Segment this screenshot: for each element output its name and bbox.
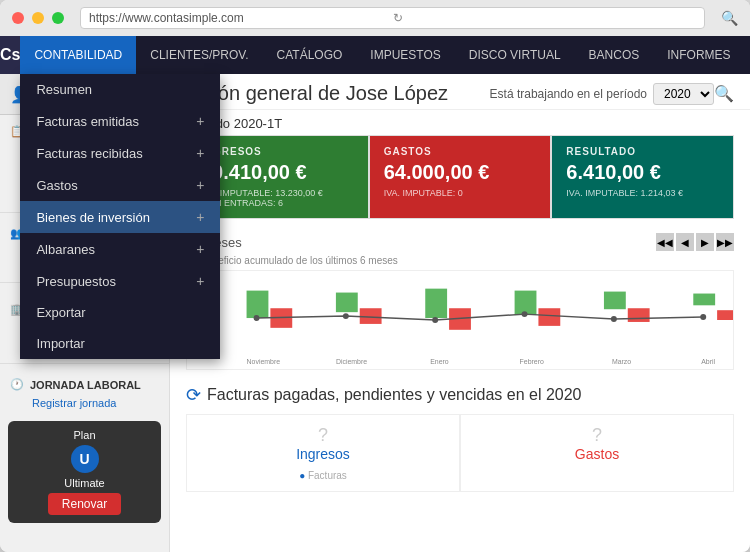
period-select[interactable]: 2020 2019 2021 [653, 83, 714, 105]
sidebar-section-jornada: 🕐 JORNADA LABORAL Registrar jornada [0, 368, 169, 413]
url-bar[interactable]: https://www.contasimple.com ↻ [80, 7, 705, 29]
question-icon-gastos: ? [471, 425, 723, 446]
gastos-value: 64.000,00 € [384, 161, 537, 184]
bottom-col-ingresos: ? Ingresos ● Facturas [186, 414, 460, 492]
navbar: Cs CONTABILIDAD Resumen Facturas emitida… [0, 36, 750, 74]
dropdown-albaranes[interactable]: Albaranes + [20, 233, 220, 265]
dropdown-resumen[interactable]: Resumen [20, 74, 220, 105]
dropdown-exportar[interactable]: Exportar [20, 297, 220, 328]
ingresos-sub2: NÚM ENTRADAS: 6 [201, 198, 354, 208]
svg-rect-14 [628, 308, 650, 322]
minimize-button[interactable] [32, 12, 44, 24]
gastos-label: GASTOS [384, 146, 537, 157]
page-title: Visión general de Jose López [186, 82, 490, 105]
plus-icon: + [196, 113, 204, 129]
plus-icon: + [196, 177, 204, 193]
svg-rect-15 [717, 310, 733, 320]
svg-rect-13 [538, 308, 560, 326]
svg-point-21 [700, 314, 706, 320]
svg-point-17 [343, 313, 349, 319]
svg-rect-9 [693, 294, 715, 306]
bottom-title: ⟳ Facturas pagadas, pendientes y vencida… [186, 384, 734, 406]
bottom-col-gastos: ? Gastos [460, 414, 734, 492]
nav-item-informes[interactable]: INFORMES [653, 36, 744, 74]
clock-icon: 🕐 [10, 378, 24, 391]
svg-text:Enero: Enero [430, 358, 449, 365]
resultado-value: 6.410,00 € [566, 161, 719, 184]
gastos-sub1: IVA. IMPUTABLE: 0 [384, 188, 537, 198]
renew-button[interactable]: Renovar [48, 493, 121, 515]
nav-item-catalogo[interactable]: CATÁLOGO [263, 36, 357, 74]
dropdown-gastos[interactable]: Gastos + [20, 169, 220, 201]
ingresos-legend: ● Facturas [197, 470, 449, 481]
chart-nav: ◀◀ ◀ ▶ ▶▶ [656, 233, 734, 251]
ingresos-label: INGRESOS [201, 146, 354, 157]
nav-item-impuestos[interactable]: IMPUESTOS [356, 36, 454, 74]
ingresos-col-title: Ingresos [197, 446, 449, 462]
dropdown-bienes-inversion[interactable]: Bienes de inversión + [20, 201, 220, 233]
url-text: https://www.contasimple.com [89, 11, 393, 25]
chart-svg: 25,000 0 -25,000 -50,000 [187, 271, 733, 369]
titlebar: https://www.contasimple.com ↻ 🔍 [0, 0, 750, 36]
chart-nav-prev[interactable]: ◀ [676, 233, 694, 251]
svg-rect-11 [360, 308, 382, 324]
plan-box: Plan U Ultimate Renovar [8, 421, 161, 523]
nav-item-disco[interactable]: DISCO VIRTUAL [455, 36, 575, 74]
plan-letter: U [71, 445, 99, 473]
svg-point-16 [254, 315, 260, 321]
bottom-cols: ? Ingresos ● Facturas ? Gastos [186, 414, 734, 492]
plan-name: Ultimate [64, 477, 104, 489]
svg-point-20 [611, 316, 617, 322]
sidebar-link-registrar[interactable]: Registrar jornada [10, 395, 159, 411]
svg-rect-4 [247, 291, 269, 318]
gastos-col-title: Gastos [471, 446, 723, 462]
dropdown-presupuestos[interactable]: Presupuestos + [20, 265, 220, 297]
main-header: Visión general de Jose López Está trabaj… [170, 74, 750, 110]
chart-container: 25,000 0 -25,000 -50,000 [186, 270, 734, 370]
svg-text:Febrero: Febrero [520, 358, 544, 365]
bottom-section: ⟳ Facturas pagadas, pendientes y vencida… [170, 376, 750, 500]
stats-row: INGRESOS 70.410,00 € IVA. IMPUTABLE: 13.… [170, 135, 750, 227]
sidebar-section-header-jornada: 🕐 JORNADA LABORAL [10, 374, 159, 395]
nav-item-otros[interactable]: OTROS [745, 36, 750, 74]
svg-text:Diciembre: Diciembre [336, 358, 367, 365]
plus-icon: + [196, 273, 204, 289]
question-icon-ingresos: ? [197, 425, 449, 446]
contabilidad-dropdown: Resumen Facturas emitidas + Facturas rec… [20, 74, 220, 359]
period-label: Está trabajando en el período [490, 87, 647, 101]
svg-rect-8 [604, 292, 626, 310]
resultado-card: RESULTADO 6.410,00 € IVA. IMPUTABLE: 1.2… [551, 135, 734, 219]
dropdown-importar[interactable]: Importar [20, 328, 220, 359]
dropdown-facturas-emitidas[interactable]: Facturas emitidas + [20, 105, 220, 137]
gastos-card: GASTOS 64.000,00 € IVA. IMPUTABLE: 0 [369, 135, 552, 219]
spinner-icon: ⟳ [186, 384, 201, 406]
plus-icon: + [196, 209, 204, 225]
dropdown-facturas-recibidas[interactable]: Facturas recibidas + [20, 137, 220, 169]
chart-subtitle: s y beneficio acumulado de los últimos 6… [186, 255, 734, 266]
plus-icon: + [196, 241, 204, 257]
svg-rect-6 [425, 289, 447, 318]
plus-icon: + [196, 145, 204, 161]
nav-item-contabilidad[interactable]: CONTABILIDAD Resumen Facturas emitidas +… [20, 36, 136, 74]
refresh-icon[interactable]: ↻ [393, 11, 697, 25]
maximize-button[interactable] [52, 12, 64, 24]
resultado-label: RESULTADO [566, 146, 719, 157]
svg-text:Abril: Abril [701, 358, 715, 365]
plan-label: Plan [73, 429, 95, 441]
svg-text:Noviembre: Noviembre [247, 358, 281, 365]
resultado-sub1: IVA. IMPUTABLE: 1.214,03 € [566, 188, 719, 198]
main-content: Visión general de Jose López Está trabaj… [170, 74, 750, 552]
ingresos-value: 70.410,00 € [201, 161, 354, 184]
nav-item-bancos[interactable]: BANCOS [575, 36, 654, 74]
chart-nav-last[interactable]: ▶▶ [716, 233, 734, 251]
chart-nav-first[interactable]: ◀◀ [656, 233, 674, 251]
browser-search-icon[interactable]: 🔍 [721, 10, 738, 26]
nav-item-clientes[interactable]: CLIENTES/PROV. [136, 36, 262, 74]
svg-point-18 [432, 317, 438, 323]
nav-logo[interactable]: Cs [0, 36, 20, 74]
period-subtitle: período 2020-1T [170, 110, 750, 135]
period-selector: Está trabajando en el período 2020 2019 … [490, 83, 714, 105]
close-button[interactable] [12, 12, 24, 24]
chart-nav-next[interactable]: ▶ [696, 233, 714, 251]
main-search-button[interactable]: 🔍 [714, 84, 734, 103]
